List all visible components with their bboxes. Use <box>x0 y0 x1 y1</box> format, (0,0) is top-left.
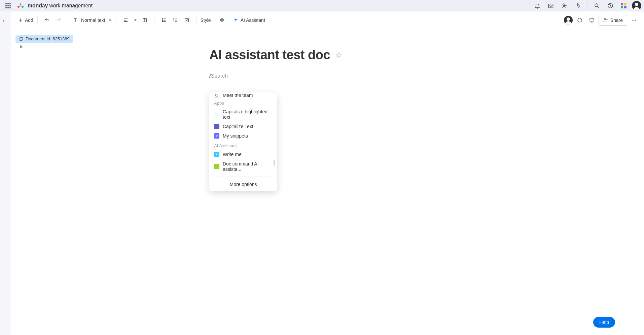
align-group <box>118 15 153 26</box>
dropdown-item-capitalize-highlighted[interactable]: Capitalize highlighted text <box>209 107 277 122</box>
avatar-icon <box>564 16 573 25</box>
svg-text:2: 2 <box>173 20 174 22</box>
puzzle-icon <box>575 3 581 9</box>
style-label: Style <box>201 17 211 23</box>
align-left-icon <box>123 17 129 23</box>
sync-icon <box>19 37 24 41</box>
dropdown-item-capitalize-text[interactable]: Capitalize Text <box>209 122 277 131</box>
apps-button[interactable] <box>572 0 583 11</box>
dropdown-item-label: Meet the team <box>223 94 253 98</box>
doc-main: Document id: 6251369 AI assistant test d… <box>11 29 644 335</box>
separator <box>68 16 68 24</box>
svg-point-0 <box>17 6 20 8</box>
dropdown-item-my-snippets[interactable]: My snippets <box>209 131 277 141</box>
svg-point-26 <box>215 113 218 116</box>
dropdown-more-options[interactable]: More options <box>209 178 277 191</box>
chevron-down-icon <box>134 20 137 21</box>
doc-toolbar: Add Normal text <box>11 11 644 29</box>
svg-rect-10 <box>621 6 623 8</box>
text-icon <box>73 18 78 23</box>
share-button[interactable]: Share <box>599 15 627 26</box>
divider <box>587 2 587 9</box>
svg-point-23 <box>634 20 635 21</box>
svg-point-15 <box>162 21 163 22</box>
svg-point-2 <box>22 6 24 8</box>
more-options-button[interactable] <box>629 15 639 26</box>
numbered-list-icon: 12 <box>173 17 178 23</box>
svg-point-7 <box>610 7 610 7</box>
top-bar: monday work management <box>0 0 644 11</box>
svg-rect-8 <box>621 3 623 5</box>
monday-products-icon <box>620 2 628 9</box>
svg-point-19 <box>221 20 223 21</box>
doc-id-text: Document id: 6251369 <box>26 36 70 41</box>
inbox-button[interactable] <box>545 0 556 11</box>
align-button[interactable] <box>120 15 131 26</box>
redo-button[interactable] <box>53 15 64 26</box>
inbox-icon <box>548 3 554 9</box>
app-icon <box>214 133 219 139</box>
dropdown-item-cut[interactable]: Meet the team <box>209 94 277 98</box>
separator <box>116 16 116 24</box>
doc-title[interactable]: AI assistant test doc <box>209 48 330 62</box>
app-icon <box>214 112 219 117</box>
app-switcher-button[interactable] <box>3 0 13 11</box>
search-button[interactable] <box>592 0 602 11</box>
outline-toggle-button[interactable] <box>19 44 24 49</box>
invite-button[interactable] <box>559 0 570 11</box>
question-icon <box>607 3 613 9</box>
doc-title-row: AI assistant test doc <box>209 48 342 62</box>
ai-assistant-button[interactable]: AI Assistant <box>230 15 268 26</box>
plus-icon <box>18 18 23 23</box>
help-button[interactable] <box>605 0 616 11</box>
layout-button[interactable] <box>139 15 150 26</box>
style-button[interactable]: Style <box>198 15 214 26</box>
svg-point-24 <box>635 20 636 21</box>
app-icon <box>214 124 219 129</box>
outline-icon <box>19 44 24 49</box>
bullet-list-button[interactable] <box>158 15 169 26</box>
svg-rect-20 <box>590 18 594 21</box>
dropdown-item-write-me[interactable]: Write me <box>209 150 277 159</box>
bullet-list-icon <box>161 17 167 23</box>
doc-id-badge[interactable]: Document id: 6251369 <box>15 35 73 43</box>
svg-point-13 <box>162 18 163 19</box>
mention-button[interactable] <box>217 15 227 26</box>
checkbox-icon <box>184 17 189 23</box>
add-label: Add <box>25 17 33 23</box>
align-dropdown[interactable] <box>132 15 139 26</box>
numbered-list-button[interactable]: 12 <box>170 15 181 26</box>
app-icon <box>214 164 219 169</box>
product-switcher-button[interactable] <box>618 0 629 11</box>
ai-label: AI Assistant <box>241 17 265 23</box>
doc-toolbar-wrap: Add Normal text <box>11 11 644 29</box>
svg-rect-18 <box>185 18 188 22</box>
expand-sidebar-button[interactable] <box>1 19 6 24</box>
doc-owner-avatar[interactable] <box>564 15 573 25</box>
notifications-button[interactable] <box>532 0 543 11</box>
help-label: Help <box>599 320 609 325</box>
brand-light: work management <box>48 3 93 8</box>
slash-command-dropdown: Meet the team Apps Capitalize highlighte… <box>209 92 277 191</box>
svg-point-4 <box>563 4 565 6</box>
undo-button[interactable] <box>42 15 52 26</box>
svg-point-21 <box>604 18 606 20</box>
doc-body: AI assistant test doc / Search Meet the … <box>209 48 342 79</box>
favorite-button[interactable] <box>335 52 342 59</box>
add-button[interactable]: Add <box>15 15 36 26</box>
text-style-dropdown[interactable]: Normal text <box>70 15 115 26</box>
present-button[interactable] <box>586 15 597 26</box>
redo-icon <box>56 17 61 23</box>
user-avatar[interactable] <box>632 1 641 10</box>
history-group <box>39 15 67 26</box>
help-floating-button[interactable]: Help <box>593 317 615 328</box>
slash-command-line[interactable]: / Search Meet the team Apps <box>209 73 342 79</box>
comments-button[interactable] <box>574 15 585 26</box>
scrollbar-thumb[interactable] <box>274 160 275 166</box>
checklist-button[interactable] <box>181 15 192 26</box>
layout-icon <box>142 17 147 23</box>
dropdown-item-label: Write me <box>223 152 242 157</box>
top-bar-left: monday work management <box>3 0 93 11</box>
dropdown-item-doc-command-ai[interactable]: Doc command AI assista... <box>209 159 277 174</box>
product-name: monday work management <box>28 3 93 9</box>
